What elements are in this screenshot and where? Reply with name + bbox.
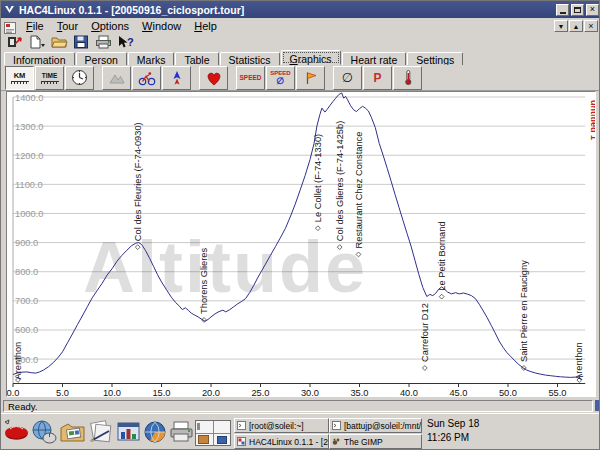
mdi-restore-button[interactable]: ▼: [554, 20, 568, 32]
task-terminal-battujp[interactable]: [battujp@soleil:/mnt/pc: [329, 418, 422, 433]
menu-options[interactable]: Options: [85, 19, 136, 33]
task-list: [root@soleil:~] [battujp@soleil:/mnt/pc …: [234, 418, 422, 449]
tab-person[interactable]: Person: [76, 52, 127, 65]
task-terminal-root[interactable]: [root@soleil:~]: [234, 418, 329, 433]
new-file-button[interactable]: [27, 35, 47, 50]
documents-launcher[interactable]: [86, 417, 114, 447]
globe-pie-icon: [142, 419, 169, 445]
mountain-icon: [108, 71, 126, 85]
svg-text:45.0: 45.0: [449, 388, 467, 397]
ruler-icon: [41, 81, 59, 84]
cadence-button[interactable]: [132, 66, 161, 90]
hac4linux-icon: [237, 437, 246, 446]
network-monitor-launcher[interactable]: [141, 417, 169, 447]
open-file-button[interactable]: [49, 35, 69, 50]
menu-bar: File Tour Options Window Help ▼ ▲ ×: [1, 18, 600, 34]
close-button[interactable]: ×: [586, 4, 599, 16]
tab-statistics[interactable]: Statistics: [220, 52, 280, 65]
svg-text:Restaurant Chez Constance: Restaurant Chez Constance: [354, 132, 364, 249]
window-title: HAC4Linux 0.1.1 - [20050916_ciclosport.t…: [19, 4, 556, 16]
svg-text:800.0: 800.0: [15, 267, 38, 277]
altitude-button[interactable]: [102, 66, 131, 90]
save-button[interactable]: [71, 35, 91, 50]
mdi-close-button[interactable]: ×: [584, 20, 598, 32]
clock[interactable]: Sun Sep 18 11:26 PM: [427, 417, 479, 445]
mdi-window-controls: ▼ ▲ ×: [554, 20, 598, 32]
thermometer-icon: [400, 69, 416, 86]
menu-help[interactable]: Help: [188, 19, 224, 33]
clock-button[interactable]: [65, 66, 94, 90]
chart-area[interactable]: 500.0600.0700.0800.0900.01000.01100.0120…: [6, 91, 596, 397]
menu-file[interactable]: File: [20, 19, 51, 33]
redhat-icon: [3, 419, 30, 445]
ruler-icon: [11, 81, 29, 84]
heart-icon: [205, 70, 223, 86]
tab-settings[interactable]: Settings: [407, 52, 463, 65]
svg-text:Saint Pierre en Faucigny: Saint Pierre en Faucigny: [519, 260, 529, 362]
web-browser-launcher[interactable]: [30, 417, 58, 447]
menu-tour[interactable]: Tour: [51, 19, 85, 33]
app-icon: [3, 3, 16, 16]
task-gimp[interactable]: The GIMP: [329, 434, 422, 449]
workspace-3[interactable]: [196, 434, 213, 446]
svg-text:600.0: 600.0: [15, 325, 38, 335]
heart-rate-button[interactable]: [199, 66, 228, 90]
minimize-button[interactable]: [556, 4, 569, 16]
workspace-2[interactable]: [214, 421, 231, 433]
tab-information[interactable]: Information: [4, 52, 75, 65]
printer-launcher[interactable]: [167, 417, 195, 447]
tab-graphics[interactable]: Graphics: [281, 50, 341, 65]
svg-text:25.0: 25.0: [251, 388, 269, 397]
import-tour-button[interactable]: [5, 35, 25, 50]
print-icon: [95, 35, 112, 49]
minimize-icon: [560, 12, 566, 14]
tab-heart-rate[interactable]: Heart rate: [342, 52, 407, 65]
svg-text:30.0: 30.0: [301, 388, 319, 397]
clock-date: Sun Sep 18: [427, 417, 479, 431]
svg-text:700.0: 700.0: [15, 296, 38, 306]
globe-mouse-icon: [31, 419, 58, 445]
average-speed-button[interactable]: SPEED ∅: [266, 66, 295, 90]
gimp-icon: [332, 437, 341, 446]
svg-text:900.0: 900.0: [15, 238, 38, 248]
temperature-button[interactable]: [393, 66, 422, 90]
redhat-menu-button[interactable]: [2, 417, 30, 447]
svg-text:Carrefour D12: Carrefour D12: [420, 303, 430, 362]
title-bar[interactable]: HAC4Linux 0.1.1 - [20050916_ciclosport.t…: [1, 1, 600, 18]
status-message: Ready.: [3, 400, 593, 412]
ascent-rate-button[interactable]: [162, 66, 191, 90]
file-manager-launcher[interactable]: [58, 417, 86, 447]
speed-button[interactable]: SPEED: [236, 66, 265, 90]
status-bar: Ready.: [1, 398, 600, 413]
menu-window[interactable]: Window: [136, 19, 188, 33]
save-floppy-icon: [73, 35, 89, 49]
average-button[interactable]: ∅: [333, 66, 362, 90]
pause-button[interactable]: P: [363, 66, 392, 90]
svg-text:50.0: 50.0: [499, 388, 517, 397]
workspace-4[interactable]: [214, 434, 231, 446]
marks-flag-button[interactable]: [296, 66, 325, 90]
window-controls: ×: [556, 4, 599, 16]
documents-pen-icon: [87, 419, 114, 445]
whats-this-button[interactable]: ?: [115, 35, 135, 50]
time-scale-button[interactable]: TIME: [35, 66, 64, 90]
workspace-1[interactable]: [196, 421, 213, 433]
mdi-undock-button[interactable]: ▲: [569, 20, 583, 32]
workspace-pager[interactable]: [195, 420, 231, 446]
svg-text:Thorens Glieres: Thorens Glieres: [199, 247, 209, 313]
cyclist-icon: [138, 70, 156, 86]
maximize-button[interactable]: [571, 4, 584, 16]
library-launcher[interactable]: [114, 417, 142, 447]
svg-text:Col des Glieres (F-74-1425b): Col des Glieres (F-74-1425b): [335, 121, 345, 241]
print-button[interactable]: [93, 35, 113, 50]
terminal-icon: [332, 421, 341, 430]
task-hac4linux[interactable]: HAC4Linux 0.1.1 - [20(: [234, 434, 329, 449]
desktop: HAC4Linux 0.1.1 - [20050916_ciclosport.t…: [0, 0, 600, 450]
size-grip[interactable]: [595, 400, 600, 411]
svg-text:Arenthon: Arenthon: [574, 342, 584, 380]
svg-text:55.0: 55.0: [548, 388, 566, 397]
flag-icon: [303, 70, 319, 86]
tab-table[interactable]: Table: [175, 52, 218, 65]
tab-marks[interactable]: Marks: [128, 52, 175, 65]
km-scale-button[interactable]: KM: [5, 66, 34, 90]
